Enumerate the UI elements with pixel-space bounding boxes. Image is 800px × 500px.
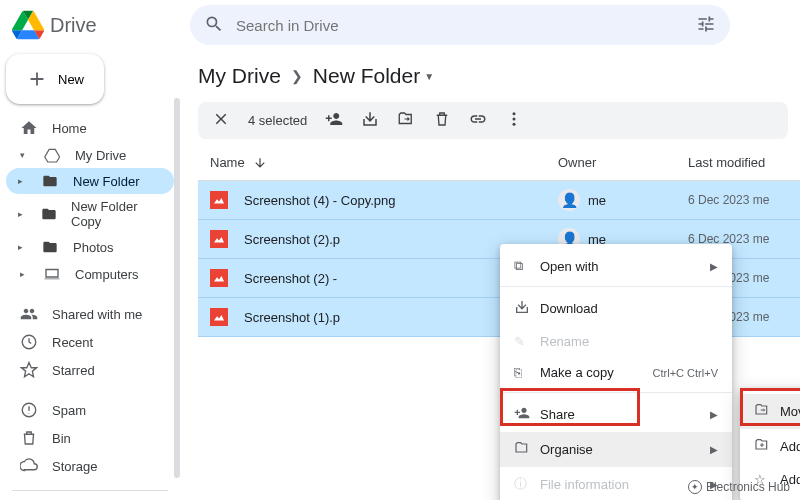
ctx-makecopy[interactable]: ⎘Make a copyCtrl+C Ctrl+V (500, 357, 732, 388)
selection-toolbar: 4 selected (198, 102, 788, 139)
image-file-icon (210, 308, 228, 326)
caret-icon: ▸ (20, 269, 25, 279)
sidebar: New Home ▾My Drive ▸New Folder ▸New Fold… (0, 50, 180, 500)
new-button-label: New (58, 72, 84, 87)
search-input[interactable] (236, 17, 696, 34)
logo[interactable]: Drive (12, 9, 190, 41)
share-icon (514, 405, 540, 424)
search-icon (204, 14, 224, 37)
main-layout: New Home ▾My Drive ▸New Folder ▸New Fold… (0, 50, 800, 500)
ctx-rename: ✎Rename (500, 326, 732, 357)
link-icon[interactable] (469, 110, 487, 131)
folder-icon (41, 173, 59, 189)
ctx-open-with[interactable]: ⧉Open with▶ (500, 250, 732, 282)
breadcrumb-current[interactable]: New Folder ▼ (313, 64, 434, 88)
star-icon (20, 361, 38, 379)
caret-icon: ▸ (18, 176, 23, 186)
search-bar[interactable] (190, 5, 730, 45)
avatar-icon: 👤 (558, 189, 580, 211)
logo-text: Drive (50, 14, 97, 37)
table-row[interactable]: Screenshot (4) - Copy.png 👤me 6 Dec 2023… (198, 181, 800, 220)
chevron-right-icon: ▶ (710, 444, 718, 455)
close-icon[interactable] (212, 110, 230, 131)
context-menu: ⧉Open with▶ Download ✎Rename ⎘Make a cop… (500, 244, 732, 500)
recent-icon (20, 333, 38, 351)
caret-icon: ▸ (18, 209, 23, 219)
image-file-icon (210, 230, 228, 248)
table-header: Name Owner Last modified (198, 145, 800, 181)
nav-newfolder[interactable]: ▸New Folder (6, 168, 174, 194)
shared-icon (20, 305, 38, 323)
ctx-addshortcut[interactable]: Add shortcut (740, 429, 800, 464)
content-area: My Drive ❯ New Folder ▼ 4 selected Name … (180, 50, 800, 500)
file-owner: 👤me (558, 189, 688, 211)
image-file-icon (210, 191, 228, 209)
chevron-right-icon: ▶ (710, 261, 718, 272)
col-header-owner[interactable]: Owner (558, 155, 688, 170)
nav-shared[interactable]: Shared with me (6, 300, 174, 328)
organise-icon (514, 440, 540, 459)
breadcrumb-root[interactable]: My Drive (198, 64, 281, 88)
watermark: ✦ Electronics Hub (688, 480, 790, 494)
nav-photos[interactable]: ▸Photos (6, 234, 174, 260)
header: Drive (0, 0, 800, 50)
share-user-icon[interactable] (325, 110, 343, 131)
nav-storage[interactable]: Storage (6, 452, 174, 480)
nav-computers[interactable]: ▸Computers (6, 260, 174, 288)
nav-starred[interactable]: Starred (6, 356, 174, 384)
storage-icon (20, 457, 38, 475)
more-icon[interactable] (505, 110, 523, 131)
chevron-right-icon: ▶ (710, 409, 718, 420)
arrow-down-icon (253, 156, 267, 170)
info-icon: ⓘ (514, 475, 540, 493)
move-icon[interactable] (397, 110, 415, 131)
selected-count: 4 selected (248, 113, 307, 128)
drive-icon (43, 147, 61, 163)
svg-point-3 (513, 118, 516, 121)
nav-bin[interactable]: Bin (6, 424, 174, 452)
svg-point-4 (513, 123, 516, 126)
caret-icon: ▾ (20, 150, 25, 160)
col-header-modified[interactable]: Last modified (688, 155, 788, 170)
chevron-right-icon: ❯ (291, 68, 303, 84)
delete-icon[interactable] (433, 110, 451, 131)
ctx-move[interactable]: Move (740, 394, 800, 429)
ctx-organise[interactable]: Organise▶ (500, 432, 732, 467)
nav-mydrive[interactable]: ▾My Drive (6, 142, 174, 168)
breadcrumb: My Drive ❯ New Folder ▼ (198, 56, 800, 102)
nav-spam[interactable]: Spam (6, 396, 174, 424)
plus-icon (26, 68, 48, 90)
download-icon (514, 299, 540, 318)
ctx-download[interactable]: Download (500, 291, 732, 326)
file-modified: 6 Dec 2023 me (688, 193, 788, 207)
filter-icon[interactable] (696, 14, 716, 37)
new-button[interactable]: New (6, 54, 104, 104)
computers-icon (43, 265, 61, 283)
download-icon[interactable] (361, 110, 379, 131)
image-file-icon (210, 269, 228, 287)
caret-icon: ▸ (18, 242, 23, 252)
nav-home[interactable]: Home (6, 114, 174, 142)
drive-logo-icon (12, 9, 44, 41)
move-icon (754, 402, 780, 421)
file-name: Screenshot (4) - Copy.png (244, 193, 558, 208)
spam-icon (20, 401, 38, 419)
col-header-name[interactable]: Name (210, 155, 558, 170)
ctx-share[interactable]: Share▶ (500, 397, 732, 432)
nav-newfoldercopy[interactable]: ▸New Folder Copy (6, 194, 174, 234)
watermark-icon: ✦ (688, 480, 702, 494)
home-icon (20, 119, 38, 137)
nav-recent[interactable]: Recent (6, 328, 174, 356)
svg-point-2 (513, 112, 516, 115)
bin-icon (20, 429, 38, 447)
shortcut-icon (754, 437, 780, 456)
folder-icon (41, 206, 57, 222)
caret-down-icon: ▼ (424, 71, 434, 82)
open-icon: ⧉ (514, 258, 540, 274)
copy-icon: ⎘ (514, 365, 540, 380)
rename-icon: ✎ (514, 334, 540, 349)
folder-icon (41, 239, 59, 255)
